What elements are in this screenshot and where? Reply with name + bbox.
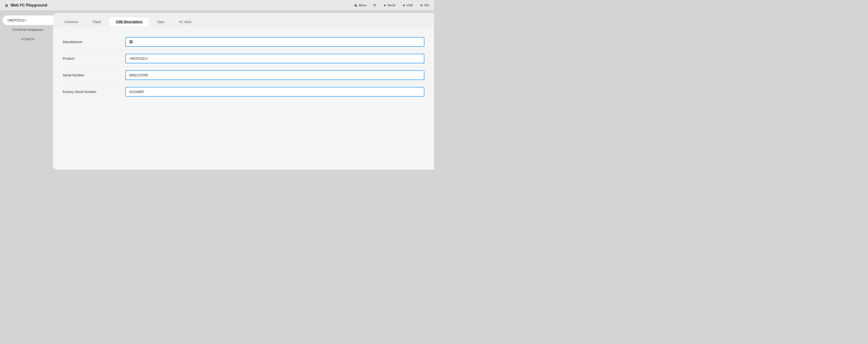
- nav-menu[interactable]: 🔌 Menu: [353, 3, 367, 7]
- layout: <MCP2221> TCA9548A Multiplexer HT16K33 C…: [0, 10, 434, 172]
- sidebar-tca-label: TCA9548A Multiplexer: [12, 28, 43, 32]
- product-label: Product: [63, 57, 125, 61]
- sidebar-item-mcp2221[interactable]: <MCP2221>: [2, 15, 53, 25]
- usb-icon: ◄: [402, 3, 405, 7]
- manufacturer-label: Manufacturer: [63, 40, 125, 44]
- manufacturer-input[interactable]: [125, 37, 424, 47]
- gear-icon: ⚙: [5, 3, 9, 7]
- sidebar-item-tca9548a[interactable]: TCA9548A Multiplexer: [2, 25, 53, 34]
- tab-flash[interactable]: Flash: [86, 18, 108, 26]
- sidebar: <MCP2221> TCA9548A Multiplexer HT16K33: [0, 10, 53, 172]
- tab-i2c-host[interactable]: I²C Host: [172, 18, 198, 26]
- serial-label: Serial: [387, 3, 395, 7]
- nav-usb[interactable]: ◄ USB: [402, 3, 413, 7]
- sidebar-ht-label: HT16K33: [21, 37, 34, 41]
- factory-serial-row: Factory Serial Number: [63, 83, 424, 100]
- serial-number-input[interactable]: [125, 70, 424, 80]
- nav-hid[interactable]: ◄ HID: [420, 3, 429, 7]
- product-input[interactable]: [125, 54, 424, 63]
- serial-number-label: Serial Number: [63, 73, 125, 77]
- settings-icon: ⚙: [373, 3, 376, 7]
- tab-gpio[interactable]: Gpio: [151, 18, 171, 26]
- serial-icon: ◄: [383, 3, 386, 7]
- menu-label: Menu: [359, 3, 367, 7]
- nav-settings[interactable]: ⚙: [373, 3, 376, 7]
- header-left: ⚙ Web I²C Playground: [5, 3, 47, 7]
- product-row: Product: [63, 50, 424, 67]
- app-title: Web I²C Playground: [10, 3, 47, 7]
- sidebar-active-label: <MCP2221>: [7, 18, 26, 22]
- manufacturer-row: Manufacturer: [63, 34, 424, 50]
- hid-label: HID: [424, 3, 429, 7]
- serial-number-row: Serial Number: [63, 67, 424, 83]
- menu-icon: 🔌: [353, 3, 357, 7]
- tab-bar: Common Flash USB Descriptors Gpio I²C Ho…: [53, 13, 434, 27]
- header: ⚙ Web I²C Playground 🔌 Menu ⚙ ◄ Serial ◄…: [0, 0, 434, 10]
- sidebar-item-ht16k33[interactable]: HT16K33: [2, 34, 53, 44]
- tab-usb-descriptors[interactable]: USB Descriptors: [109, 17, 150, 26]
- hid-icon: ◄: [420, 3, 423, 7]
- tab-content: Manufacturer Product Serial Number Facto…: [53, 27, 434, 170]
- header-nav: 🔌 Menu ⚙ ◄ Serial ◄ USB ◄ HID: [353, 3, 429, 7]
- factory-serial-label: Factory Serial Number: [63, 90, 125, 94]
- usb-label: USB: [406, 3, 413, 7]
- tab-common[interactable]: Common: [58, 18, 85, 26]
- factory-serial-input[interactable]: [125, 87, 424, 97]
- main-panel: Common Flash USB Descriptors Gpio I²C Ho…: [53, 13, 434, 170]
- nav-serial[interactable]: ◄ Serial: [383, 3, 395, 7]
